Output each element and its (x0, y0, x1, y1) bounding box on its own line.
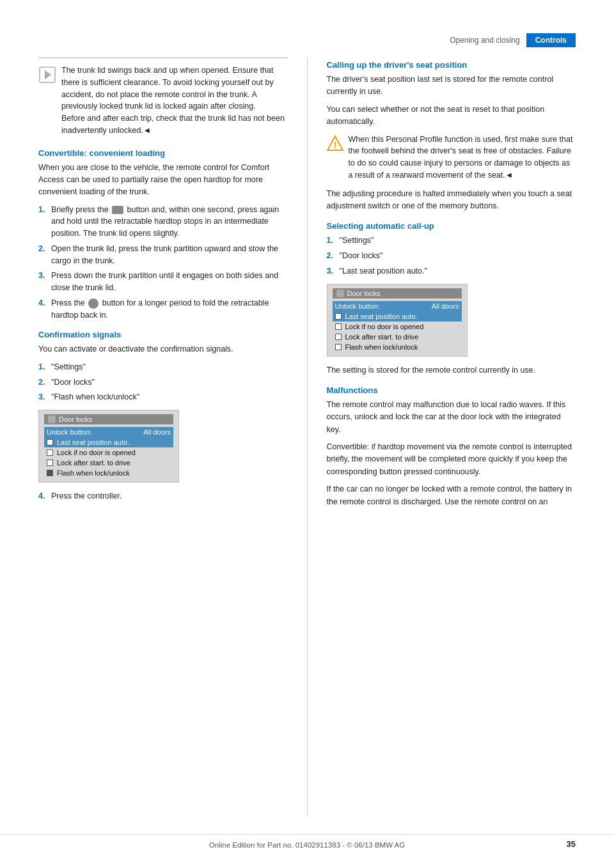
list-item: 1. "Settings" (38, 361, 288, 373)
list-item: 3. "Flash when lock/unlock" (38, 391, 288, 403)
list-item: 2. Open the trunk lid, press the trunk p… (38, 243, 288, 267)
screen-row-1: Last seat position auto. (333, 311, 462, 322)
screen-label: Unlock button: (335, 302, 380, 310)
header-section-active: Controls (526, 33, 576, 47)
seat-para2: You can select whether or not the seat i… (327, 104, 576, 128)
seat-para4: The setting is stored for the remote con… (327, 364, 576, 376)
list-num: 1. (327, 235, 337, 247)
footer-text: Online Edition for Part no. 01402911383 … (209, 841, 405, 849)
list-text: "Settings" (51, 361, 86, 373)
convertible-list: 1. Briefly press the button and, within … (38, 204, 288, 322)
screen-label: Lock after start. to drive (57, 459, 130, 467)
list-text: "Door locks" (51, 376, 95, 389)
screen-row-4: Flash when lock/unlock (333, 342, 462, 352)
screen-row-4: Flash when lock/unlock (44, 468, 173, 478)
screen-label: Lock if no door is opened (345, 323, 424, 330)
list-text: "Last seat position auto." (340, 265, 427, 277)
screen-title-icon (336, 290, 344, 297)
note-icon (38, 66, 56, 84)
section-heading-seat: Calling up the driver's seat position (327, 60, 576, 70)
auto-callup-list: 1. "Settings" 2. "Door locks" 3. "Last s… (327, 235, 576, 277)
screen-label: Flash when lock/unlock (345, 343, 418, 351)
screen-checkbox (335, 313, 342, 320)
list-item: 2. "Door locks" (38, 376, 288, 389)
screen-value: All doors (143, 428, 171, 436)
malfunction-para2: Convertible: if hardtop movement via the… (327, 441, 576, 478)
screen-value: All doors (432, 302, 459, 310)
note-text: The trunk lid swings back and up when op… (61, 65, 288, 137)
header-bar: Opening and closing Controls (443, 33, 576, 47)
column-divider (307, 58, 308, 817)
section-heading-malfunctions: Malfunctions (327, 385, 576, 395)
list-item: 4. Press the button for a longer period … (38, 297, 288, 322)
list-num: 3. (38, 391, 49, 403)
screen-label: Last seat position auto. (57, 438, 129, 446)
right-column: Calling up the driver's seat position Th… (327, 58, 576, 817)
screen-row-3: Lock after start. to drive (333, 332, 462, 342)
confirmation-list: 1. "Settings" 2. "Door locks" 3. "Flash … (38, 361, 288, 403)
screen-checkbox (47, 449, 53, 456)
screen-title-icon (48, 415, 56, 423)
svg-marker-1 (45, 70, 51, 79)
footer: Online Edition for Part no. 01402911383 … (0, 834, 614, 849)
list-item: 1. "Settings" (327, 235, 576, 247)
list-text: Briefly press the button and, within one… (51, 204, 288, 240)
screen-left: Door locks Unlock button: All doors Last… (38, 410, 179, 483)
screen-checkbox (335, 334, 342, 340)
section-heading-convertible: Convertible: convenient loading (38, 148, 288, 158)
screen-row-header: Unlock button: All doors (333, 301, 462, 311)
list-text: "Flash when lock/unlock" (51, 391, 139, 403)
screen-row-3: Lock after start. to drive (44, 458, 173, 468)
page-number: 35 (567, 839, 576, 849)
list-text: "Settings" (340, 235, 374, 247)
list-text: Press the button for a longer period to … (51, 297, 288, 322)
list-num: 3. (327, 265, 337, 277)
screen-row-2: Lock if no door is opened (44, 447, 173, 458)
screen-row-header: Unlock button: All doors (44, 427, 173, 437)
svg-text:!: ! (333, 140, 336, 150)
header-section-label: Opening and closing (443, 33, 526, 47)
section-heading-confirmation: Confirmation signals (38, 330, 288, 339)
confirmation-intro: You can activate or deactivate the confi… (38, 343, 288, 355)
screen-label: Lock after start. to drive (345, 333, 419, 341)
list-text: Open the trunk lid, press the trunk part… (51, 243, 288, 267)
convertible-intro: When you are close to the vehicle, the r… (38, 162, 288, 199)
screen-row-1: Last seat position auto. (44, 437, 173, 447)
screen-checkbox (47, 470, 53, 476)
list-num: 4. (38, 297, 49, 309)
screen-label: Lock if no door is opened (57, 449, 136, 456)
list-num: 2. (38, 243, 49, 255)
warning-icon: ! (327, 135, 343, 151)
screen-label: Unlock button: (47, 428, 91, 436)
warning-text: When this Personal Profile function is u… (349, 134, 576, 182)
screen-checkbox (47, 460, 53, 466)
section-heading-auto-callup: Selecting automatic call-up (327, 221, 576, 231)
screen-checkbox (335, 344, 342, 350)
screen-label: Last seat position auto. (345, 313, 418, 320)
list-text: "Door locks" (340, 250, 383, 262)
list-num: 1. (38, 204, 49, 216)
confirmation-list-4: 4. Press the controller. (38, 490, 288, 502)
seat-para3: The adjusting procedure is halted immedi… (327, 188, 576, 213)
list-num: 2. (38, 376, 49, 389)
warning-box: ! When this Personal Profile function is… (327, 134, 576, 182)
screen-label: Flash when lock/unlock (57, 469, 130, 477)
list-num: 1. (38, 361, 49, 373)
screen-title-bar: Door locks (44, 414, 173, 424)
left-column: The trunk lid swings back and up when op… (38, 58, 288, 817)
list-item: 1. Briefly press the button and, within … (38, 204, 288, 240)
screen-title: Door locks (347, 290, 381, 297)
screen-right: Door locks Unlock button: All doors Last… (327, 284, 468, 357)
note-box: The trunk lid swings back and up when op… (38, 58, 288, 137)
main-content: The trunk lid swings back and up when op… (38, 58, 576, 817)
list-text: Press the controller. (51, 490, 122, 502)
screen-checkbox (335, 323, 342, 330)
screen-checkbox (47, 439, 53, 446)
list-item: 4. Press the controller. (38, 490, 288, 502)
list-num: 4. (38, 490, 49, 502)
list-item: 3. "Last seat position auto." (327, 265, 576, 277)
list-num: 3. (38, 270, 49, 282)
malfunction-para1: The remote control may malfunction due t… (327, 399, 576, 436)
malfunction-para3: If the car can no longer be locked with … (327, 483, 576, 508)
list-item: 3. Press down the trunk partition until … (38, 270, 288, 294)
